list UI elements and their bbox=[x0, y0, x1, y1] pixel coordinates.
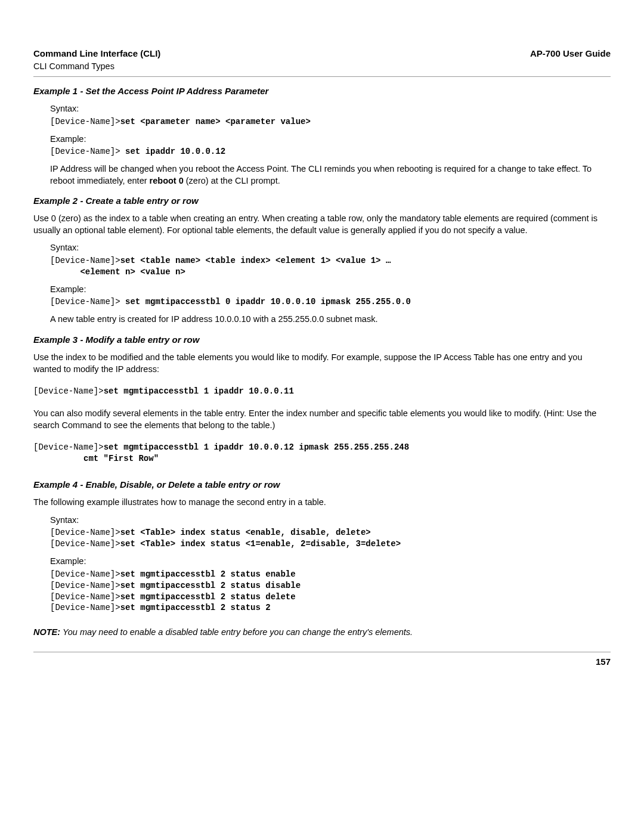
command-text: set mgmtipaccesstbl 0 ipaddr 10.0.0.10 i… bbox=[125, 297, 411, 306]
syntax-label: Syntax: bbox=[50, 103, 611, 115]
syntax-line: [Device-Name]>set <table name> <table in… bbox=[50, 255, 611, 267]
example-2-body: A new table entry is created for IP addr… bbox=[50, 314, 611, 326]
syntax-line-2: <element n> <value n> bbox=[50, 267, 611, 278]
example-line: [Device-Name]> set ipaddr 10.0.0.12 bbox=[50, 146, 611, 157]
footer-rule bbox=[33, 652, 611, 652]
example-line: [Device-Name]>set mgmtipaccesstbl 2 stat… bbox=[50, 592, 611, 603]
prompt: [Device-Name]> bbox=[33, 442, 104, 452]
example-3-intro: Use the index to be modified and the tab… bbox=[33, 352, 611, 375]
example-label: Example: bbox=[50, 284, 611, 296]
command-text: set mgmtipaccesstbl 1 ipaddr 10.0.0.11 bbox=[104, 386, 294, 396]
syntax-label: Syntax: bbox=[50, 242, 611, 254]
command-block: [Device-Name]>set mgmtipaccesstbl 1 ipad… bbox=[33, 386, 611, 397]
header-guide-title: AP-700 User Guide bbox=[530, 48, 611, 60]
header-rule bbox=[33, 76, 611, 77]
syntax-label: Syntax: bbox=[50, 515, 611, 527]
prompt: [Device-Name]> bbox=[50, 256, 120, 265]
page-header: Command Line Interface (CLI) CLI Command… bbox=[33, 48, 611, 73]
prompt: [Device-Name]> bbox=[50, 297, 125, 306]
command-block: [Device-Name]>set mgmtipaccesstbl 1 ipad… bbox=[33, 442, 611, 465]
prompt: [Device-Name]> bbox=[50, 592, 120, 602]
prompt: [Device-Name]> bbox=[50, 117, 120, 126]
header-subtitle: CLI Command Types bbox=[33, 61, 160, 73]
example-2-title: Example 2 - Create a table entry or row bbox=[33, 195, 611, 207]
syntax-line: [Device-Name]>set <Table> index status <… bbox=[50, 527, 611, 538]
example-1-body: IP Address will be changed when you rebo… bbox=[50, 163, 611, 187]
example-4-title: Example 4 - Enable, Disable, or Delete a… bbox=[33, 479, 611, 491]
header-title: Command Line Interface (CLI) bbox=[33, 48, 160, 60]
example-line: [Device-Name]> set mgmtipaccesstbl 0 ipa… bbox=[50, 296, 611, 308]
header-left: Command Line Interface (CLI) CLI Command… bbox=[33, 48, 160, 73]
reboot-command: reboot 0 bbox=[150, 176, 184, 185]
note-label: NOTE: bbox=[33, 627, 60, 637]
example-3-title: Example 3 - Modify a table entry or row bbox=[33, 334, 611, 346]
command-text: set <table name> <table index> <element … bbox=[120, 256, 391, 265]
example-3-mid: You can also modify several elements in … bbox=[33, 408, 611, 431]
command-text: set <parameter name> <parameter value> bbox=[120, 117, 311, 126]
command-text: cmt "First Row" bbox=[33, 454, 159, 463]
command-text: set <Table> index status <1=enable, 2=di… bbox=[120, 539, 401, 549]
syntax-line-2: [Device-Name]>set <Table> index status <… bbox=[50, 538, 611, 550]
command-text: set mgmtipaccesstbl 2 status enable bbox=[120, 569, 296, 579]
note-body: You may need to enable a disabled table … bbox=[60, 627, 413, 637]
command-text: set mgmtipaccesstbl 2 status delete bbox=[120, 592, 296, 602]
prompt: [Device-Name]> bbox=[50, 147, 125, 156]
note: NOTE: You may need to enable a disabled … bbox=[33, 627, 611, 639]
example-line: [Device-Name]>set mgmtipaccesstbl 2 stat… bbox=[50, 580, 611, 592]
example-1-title: Example 1 - Set the Access Point IP Addr… bbox=[33, 85, 611, 97]
prompt: [Device-Name]> bbox=[50, 539, 120, 549]
example-label: Example: bbox=[50, 134, 611, 145]
prompt: [Device-Name]> bbox=[50, 569, 120, 579]
command-text: <element n> <value n> bbox=[50, 267, 185, 277]
command-line: [Device-Name]>set mgmtipaccesstbl 1 ipad… bbox=[33, 442, 611, 453]
command-text: set <Table> index status <enable, disabl… bbox=[120, 528, 371, 537]
command-text: set mgmtipaccesstbl 2 status 2 bbox=[120, 603, 271, 612]
syntax-line: [Device-Name]>set <parameter name> <para… bbox=[50, 116, 611, 128]
example-label: Example: bbox=[50, 556, 611, 568]
command-text: set mgmtipaccesstbl 1 ipaddr 10.0.0.12 i… bbox=[104, 442, 409, 452]
page-number: 157 bbox=[33, 656, 611, 668]
body-text: (zero) at the CLI prompt. bbox=[184, 176, 280, 185]
command-line-2: cmt "First Row" bbox=[33, 453, 611, 465]
command-text: set ipaddr 10.0.0.12 bbox=[125, 147, 225, 156]
prompt: [Device-Name]> bbox=[33, 386, 104, 396]
example-4-intro: The following example illustrates how to… bbox=[33, 497, 611, 509]
prompt: [Device-Name]> bbox=[50, 603, 120, 612]
prompt: [Device-Name]> bbox=[50, 528, 120, 537]
example-line: [Device-Name]>set mgmtipaccesstbl 2 stat… bbox=[50, 569, 611, 580]
prompt: [Device-Name]> bbox=[50, 581, 120, 590]
command-text: set mgmtipaccesstbl 2 status disable bbox=[120, 581, 301, 590]
example-2-intro: Use 0 (zero) as the index to a table whe… bbox=[33, 213, 611, 236]
example-line: [Device-Name]>set mgmtipaccesstbl 2 stat… bbox=[50, 602, 611, 614]
body-text: IP Address will be changed when you rebo… bbox=[50, 164, 592, 185]
